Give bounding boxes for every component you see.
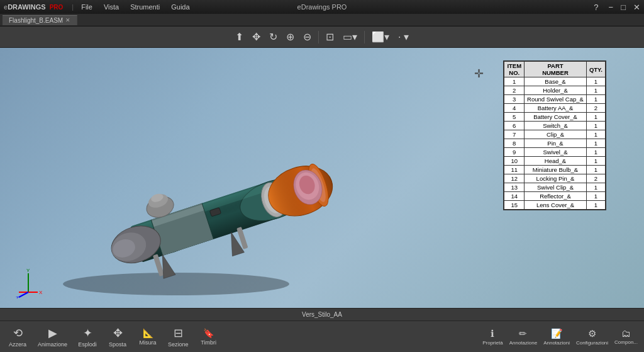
- table-row: 2Holder_&1: [504, 86, 606, 95]
- table-cell-qty: 1: [586, 86, 605, 95]
- table-cell-qty: 1: [586, 183, 605, 192]
- parts-table: ITEMNO. PARTNUMBER QTY. 1Base_&12Holder_…: [503, 60, 606, 210]
- annotazione-button[interactable]: ✏ Annotazione: [507, 327, 540, 347]
- annotazioni-label: Annotazioni: [543, 340, 570, 346]
- zoom-out-tool[interactable]: ⊖: [300, 29, 314, 45]
- azzera-icon: ⟲: [13, 326, 23, 340]
- animazione-button[interactable]: ▶ Animazione: [34, 325, 71, 349]
- bottom-right-buttons: ℹ Proprietà ✏ Annotazione 📝 Annotazioni …: [480, 327, 640, 347]
- table-cell-qty: 1: [586, 157, 605, 166]
- table-cell-item: 2: [504, 86, 525, 95]
- view1-tool[interactable]: ⬜▾: [369, 29, 392, 45]
- menu-file[interactable]: File: [77, 3, 96, 11]
- view2-tool[interactable]: · ▾: [395, 29, 412, 45]
- annotazioni-icon: 📝: [551, 328, 563, 339]
- tab-flashlight[interactable]: Flashlight_B.EASM ✕: [3, 15, 77, 25]
- status-text: Vers_Stilo_AA: [302, 311, 342, 318]
- timbri-button[interactable]: 🔖 Timbri: [195, 327, 223, 347]
- main-toolbar: ⬆ ✥ ↻ ⊕ ⊖ ⊡ ▭▾ ⬜▾ · ▾: [0, 26, 644, 48]
- table-cell-qty: 1: [586, 77, 605, 86]
- timbri-label: Timbri: [201, 339, 216, 346]
- close-button[interactable]: ✕: [633, 3, 640, 12]
- menu-vista[interactable]: Vista: [100, 3, 123, 11]
- svg-text:Y: Y: [26, 268, 30, 273]
- proprieta-button[interactable]: ℹ Proprietà: [480, 327, 505, 347]
- svg-text:Z: Z: [16, 295, 19, 298]
- table-cell-item: 10: [504, 157, 525, 166]
- esplodi-button[interactable]: ✦ Esplodi: [74, 325, 101, 349]
- table-cell-qty: 2: [586, 104, 605, 113]
- menu-strumenti[interactable]: Strumenti: [126, 3, 164, 11]
- table-cell-qty: 1: [586, 95, 605, 104]
- componenti-button[interactable]: 🗂 Compon...: [612, 327, 640, 346]
- title-bar-left: eDRAWINGS PRO | File Vista Strumenti Gui…: [4, 3, 194, 11]
- zoom-in-tool[interactable]: ⊕: [283, 29, 297, 45]
- minimize-button[interactable]: −: [609, 3, 614, 12]
- sposta-label: Sposta: [109, 341, 126, 348]
- move-cursor-icon: ✛: [474, 67, 484, 81]
- table-cell-qty: 1: [586, 139, 605, 148]
- table-row: 3Round Swivel Cap_&1: [504, 95, 606, 104]
- svg-line-34: [19, 292, 28, 297]
- window-controls[interactable]: ? − □ ✕: [594, 3, 640, 12]
- componenti-label: Compon...: [614, 339, 638, 345]
- display-tool[interactable]: ▭▾: [340, 29, 360, 45]
- table-row: 9Swivel_&1: [504, 148, 606, 157]
- rotate-tool[interactable]: ↻: [266, 29, 280, 45]
- table-cell-part: Miniature Bulb_&: [525, 166, 587, 174]
- misura-label: Misura: [140, 339, 157, 346]
- configurazioni-icon: ⚙: [588, 328, 596, 339]
- table-cell-part: Switch_&: [525, 122, 587, 130]
- table-cell-item: 4: [504, 104, 525, 113]
- fit-tool[interactable]: ⊡: [323, 29, 337, 45]
- table-cell-part: Swivel Clip_&: [525, 183, 587, 192]
- 3d-viewport[interactable]: ✛: [0, 48, 644, 308]
- sposta-icon: ✥: [113, 326, 123, 340]
- cursor-tool[interactable]: ⬆: [232, 29, 247, 45]
- table-cell-part: Holder_&: [525, 86, 587, 95]
- table-cell-item: 8: [504, 139, 525, 148]
- sezione-button[interactable]: ⊟ Sezione: [164, 325, 192, 349]
- table-cell-item: 13: [504, 183, 525, 192]
- misura-button[interactable]: 📐 Misura: [134, 327, 162, 347]
- app-logo: eDRAWINGS: [4, 3, 46, 11]
- table-cell-part: Pin_&: [525, 139, 587, 148]
- table-header-qty: QTY.: [586, 62, 605, 77]
- annotazioni-button[interactable]: 📝 Annotazioni: [541, 327, 572, 347]
- status-bar: Vers_Stilo_AA: [0, 308, 644, 321]
- menu-guida[interactable]: Guida: [167, 3, 193, 11]
- table-cell-item: 1: [504, 77, 525, 86]
- azzera-button[interactable]: ⟲ Azzera: [4, 325, 31, 349]
- pro-badge: PRO: [50, 4, 64, 11]
- 3d-model: [50, 98, 340, 306]
- esplodi-icon: ✦: [83, 326, 92, 340]
- tab-close-button[interactable]: ✕: [65, 17, 70, 23]
- proprieta-label: Proprietà: [482, 340, 502, 346]
- table-row: 12Locking Pin_&2: [504, 174, 606, 183]
- configurazioni-label: Configurazioni: [576, 340, 608, 346]
- pan-tool[interactable]: ✥: [249, 29, 264, 45]
- maximize-button[interactable]: □: [621, 3, 626, 12]
- table-cell-part: Reflector_&: [525, 192, 587, 201]
- table-cell-part: Lens Cover_&: [525, 201, 587, 210]
- table-row: 5Battery Cover_&1: [504, 113, 606, 122]
- sposta-button[interactable]: ✥ Sposta: [104, 325, 131, 349]
- table-header-item: ITEMNO.: [504, 62, 525, 77]
- table-cell-qty: 1: [586, 201, 605, 210]
- esplodi-label: Esplodi: [78, 341, 97, 348]
- table-row: 14Reflector_&1: [504, 192, 606, 201]
- configurazioni-button[interactable]: ⚙ Configurazioni: [574, 327, 611, 347]
- table-cell-item: 3: [504, 95, 525, 104]
- timbri-icon: 🔖: [203, 328, 214, 338]
- table-cell-qty: 1: [586, 122, 605, 130]
- table-cell-item: 6: [504, 122, 525, 130]
- table-cell-item: 7: [504, 130, 525, 139]
- table-row: 8Pin_&1: [504, 139, 606, 148]
- table-cell-part: Base_&: [525, 77, 587, 86]
- table-row: 7Clip_&1: [504, 130, 606, 139]
- help-button[interactable]: ?: [594, 3, 598, 12]
- table-cell-part: Battery AA_&: [525, 104, 587, 113]
- table-row: 15Lens Cover_&1: [504, 201, 606, 210]
- table-cell-qty: 1: [586, 148, 605, 157]
- bottom-left-buttons: ⟲ Azzera ▶ Animazione ✦ Esplodi ✥ Sposta…: [4, 325, 223, 349]
